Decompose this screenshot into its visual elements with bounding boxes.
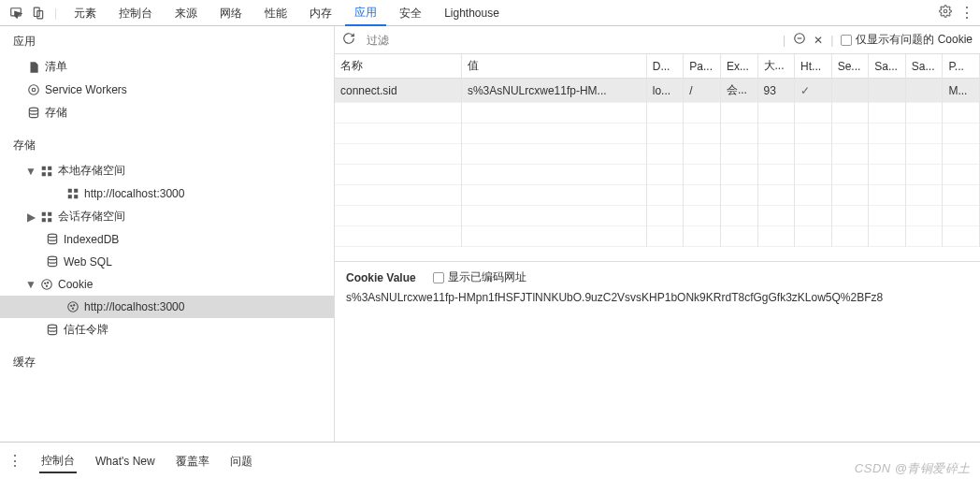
drawer-console[interactable]: 控制台 [39,449,77,473]
svg-rect-10 [48,172,51,176]
cookie-icon [39,277,54,292]
sidebar-storage-root[interactable]: 存储 [0,101,334,124]
cell-size: 93 [757,79,795,103]
table-row[interactable] [335,123,980,144]
tab-elements[interactable]: 元素 [65,1,106,25]
detail-value: s%3AsNULrcxwe11fp-HMpn1fHSFJTlNNKUbO.9uz… [346,291,969,304]
svg-rect-11 [68,189,72,193]
chevron-right-icon: ▶ [26,210,36,224]
tab-security[interactable]: 安全 [390,1,431,25]
sidebar-indexeddb[interactable]: IndexedDB [0,228,334,251]
settings-icon[interactable] [939,5,952,21]
drawer-issues[interactable]: 问题 [228,450,254,472]
sidebar-websql[interactable]: Web SQL [0,251,334,273]
section-cache: 缓存 [0,347,334,376]
svg-point-5 [29,85,39,95]
tab-lighthouse[interactable]: Lighthouse [435,2,509,23]
col-expires[interactable]: Ex... [720,54,757,79]
sidebar-label: 存储 [45,105,67,121]
svg-point-20 [48,256,56,260]
filter-input[interactable] [363,30,775,51]
sidebar-trust-tokens[interactable]: 信任令牌 [0,318,334,341]
drawer-coverage[interactable]: 覆盖率 [174,450,211,472]
drawer-whatsnew[interactable]: What's New [94,451,157,471]
cell-samesite [869,79,906,103]
svg-point-4 [32,88,36,92]
tab-memory[interactable]: 内存 [300,1,341,25]
sidebar-service-workers[interactable]: Service Workers [0,79,334,101]
database-icon [45,232,60,247]
table-header[interactable]: 名称 值 D... Pa... Ex... 大... Ht... Se... S… [335,54,980,79]
sidebar-label: Cookie [58,278,93,291]
cell-domain: lo... [646,79,684,103]
sidebar-manifest[interactable]: 清单 [0,55,334,79]
sidebar-label: Service Workers [45,83,127,96]
svg-point-27 [74,305,75,306]
clear-filter-icon[interactable] [793,32,806,48]
only-issues-label: 仅显示有问题的 Cookie [856,32,973,48]
close-icon[interactable]: ✕ [814,34,823,47]
inspect-icon[interactable] [6,3,26,23]
col-httponly[interactable]: Ht... [795,54,832,79]
table-row[interactable] [335,165,980,185]
col-samesite[interactable]: Sa... [869,54,906,79]
cookie-toolbar: | ✕ | 仅显示有问题的 Cookie [335,26,980,54]
sidebar-label: 清单 [45,59,67,75]
tab-sources[interactable]: 来源 [166,1,207,25]
table-row[interactable]: connect.sid s%3AsNULrcxwe11fp-HM... lo..… [335,79,980,103]
svg-point-28 [72,308,73,309]
tab-network[interactable]: 网络 [210,1,252,25]
col-path[interactable]: Pa... [684,54,721,79]
show-decoded-label: 显示已编码网址 [448,269,526,285]
sidebar-local-storage[interactable]: ▼ 本地存储空间 [0,159,334,182]
tab-performance[interactable]: 性能 [255,1,296,25]
device-toggle-icon[interactable] [28,3,49,23]
col-value[interactable]: 值 [461,54,646,79]
tab-console[interactable]: 控制台 [109,1,162,25]
svg-point-26 [71,305,72,306]
col-name[interactable]: 名称 [335,54,461,79]
col-secure[interactable]: Se... [831,54,869,79]
cell-path: / [684,79,721,103]
svg-rect-14 [74,195,78,198]
sidebar-local-storage-url[interactable]: http://localhost:3000 [0,182,334,205]
sidebar-session-storage[interactable]: ▶ 会话存储空间 [0,205,334,228]
more-icon[interactable]: ⋮ [7,452,22,470]
sidebar-cookie-url[interactable]: http://localhost:3000 [0,296,334,318]
sidebar-label: http://localhost:3000 [84,300,184,313]
col-sameparty[interactable]: Sa... [905,54,943,79]
separator: | [54,7,57,20]
sidebar-cookies[interactable]: ▼ Cookie [0,273,334,296]
cookie-icon [65,299,80,314]
col-domain[interactable]: D... [646,54,684,79]
table-row[interactable] [335,185,980,206]
database-icon [45,323,60,338]
show-decoded-toggle[interactable]: 显示已编码网址 [433,269,526,285]
detail-title: Cookie Value [346,271,416,284]
svg-point-19 [48,234,56,238]
table-row[interactable] [335,226,980,247]
col-priority[interactable]: P... [943,54,980,79]
main-row: 应用 清单 Service Workers 存储 存储 ▼ 本地存储空间 htt… [0,26,980,442]
col-size[interactable]: 大... [757,54,795,79]
svg-rect-18 [48,218,51,222]
svg-point-3 [944,9,947,13]
grid-icon [39,210,54,225]
sidebar-label: 本地存储空间 [58,163,125,179]
grid-icon [65,186,80,201]
refresh-icon[interactable] [342,32,355,48]
table-row[interactable] [335,103,980,123]
cell-priority: M... [943,79,980,103]
table-row[interactable] [335,144,980,165]
watermark: CSDN @青铜爱碎土 [855,460,971,477]
sidebar-label: 会话存储空间 [58,209,125,225]
svg-rect-9 [42,172,46,176]
svg-rect-12 [74,189,78,193]
chevron-down-icon: ▼ [26,278,36,291]
tab-application[interactable]: 应用 [345,0,386,26]
grid-icon [39,164,54,179]
more-icon[interactable]: ⋮ [959,4,974,22]
only-issues-toggle[interactable]: 仅显示有问题的 Cookie [841,32,973,48]
table-row[interactable] [335,206,980,226]
cell-value: s%3AsNULrcxwe11fp-HM... [461,79,646,103]
